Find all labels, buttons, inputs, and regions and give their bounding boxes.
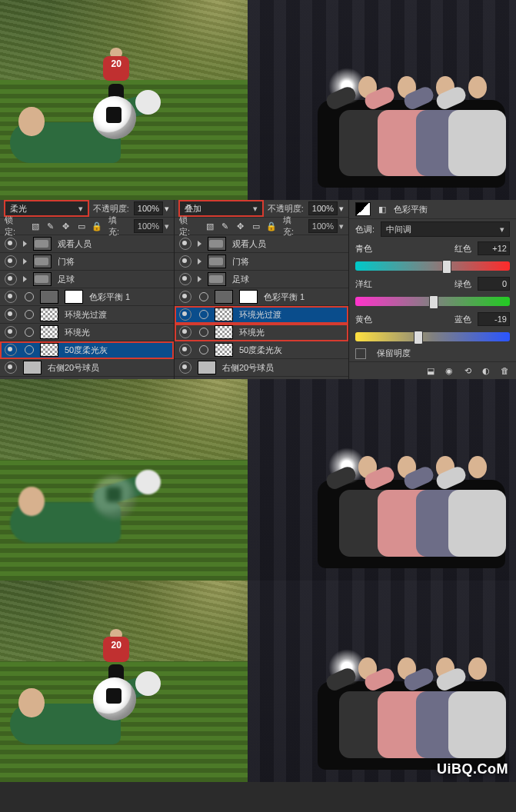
layer-thumb: [40, 325, 58, 339]
layer-row[interactable]: 右侧20号球员: [175, 359, 348, 377]
view-previous-icon[interactable]: ◉: [444, 365, 454, 376]
opacity-value[interactable]: 100%: [134, 201, 163, 215]
folder-icon: [33, 255, 52, 268]
visibility-eye-icon[interactable]: [5, 344, 17, 356]
cyan-red-value[interactable]: +12: [478, 241, 510, 255]
expand-caret-icon[interactable]: [23, 276, 27, 282]
visibility-eye-icon[interactable]: [179, 326, 191, 338]
lock-all-icon[interactable]: 🔒: [92, 221, 102, 231]
visibility-eye-icon[interactable]: [179, 308, 191, 321]
chevron-down-icon[interactable]: ▾: [165, 221, 169, 231]
layer-row[interactable]: 右侧20号球员: [0, 359, 174, 377]
layer-row[interactable]: 环境光: [0, 324, 174, 341]
layer-row[interactable]: 50度柔光灰: [175, 341, 348, 359]
expand-caret-icon[interactable]: [198, 241, 201, 247]
chevron-down-icon[interactable]: ▾: [165, 204, 169, 214]
fill-value[interactable]: 100%: [308, 219, 338, 233]
visibility-eye-icon[interactable]: [5, 273, 17, 285]
layer-thumb: [215, 325, 233, 339]
tone-label: 色调:: [355, 224, 375, 235]
lock-position-icon[interactable]: ✥: [61, 221, 72, 231]
layer-row[interactable]: 门将: [175, 253, 348, 271]
visibility-eye-icon[interactable]: [5, 238, 17, 250]
visibility-eye-icon[interactable]: [5, 308, 17, 321]
layer-row[interactable]: 环境光: [175, 324, 348, 341]
layer-row[interactable]: 色彩平衡 1: [175, 288, 348, 306]
audience-group: [339, 60, 500, 176]
visibility-eye-icon[interactable]: [5, 326, 17, 338]
expand-caret-icon[interactable]: [23, 241, 27, 247]
magenta-green-value[interactable]: 0: [478, 277, 510, 291]
layer-thumb: [40, 343, 58, 357]
fx-indicator-icon: [199, 292, 208, 301]
layer-thumb: [40, 308, 58, 321]
visibility-eye-icon[interactable]: [179, 361, 191, 374]
fx-indicator-icon: [199, 328, 208, 337]
layer-mask-thumb[interactable]: [239, 290, 258, 304]
layer-row[interactable]: 门将: [0, 253, 174, 271]
layers-panel-right: 叠加 ▾ 不透明度: 100%▾ 锁定: ▧ ✎ ✥ ▭ 🔒 填充: 100%▾…: [175, 200, 349, 379]
tone-select[interactable]: 中间调 ▾: [381, 221, 510, 237]
layer-name: 环境光过渡: [239, 309, 344, 321]
layer-row[interactable]: 观看人员: [175, 235, 348, 253]
lock-artboard-icon[interactable]: ▭: [76, 221, 87, 231]
visibility-eye-icon[interactable]: [179, 238, 191, 250]
layer-row[interactable]: 足球: [0, 271, 174, 288]
expand-caret-icon[interactable]: [198, 258, 201, 265]
layer-name: 足球: [232, 274, 344, 285]
lock-transparent-icon[interactable]: ▧: [205, 221, 215, 231]
reset-icon[interactable]: ⟲: [462, 365, 473, 376]
yellow-blue-slider[interactable]: [355, 332, 510, 341]
adjustment-thumb-icon: [40, 290, 58, 304]
chevron-down-icon: ▾: [500, 225, 504, 235]
fill-value[interactable]: 100%: [134, 219, 163, 233]
chevron-down-icon: ▾: [253, 204, 258, 214]
delete-icon[interactable]: 🗑: [499, 365, 510, 376]
visibility-eye-icon[interactable]: [179, 273, 191, 285]
visibility-eye-icon[interactable]: [5, 361, 17, 374]
expand-caret-icon[interactable]: [23, 258, 27, 265]
chevron-down-icon[interactable]: ▾: [339, 221, 344, 231]
visibility-eye-icon[interactable]: [5, 255, 17, 268]
visibility-eye-icon[interactable]: [179, 255, 191, 268]
preserve-luminosity-checkbox[interactable]: [355, 348, 366, 359]
fx-indicator-icon: [199, 310, 208, 319]
opacity-value[interactable]: 100%: [308, 201, 338, 215]
layer-name: 环境光: [65, 327, 169, 338]
toggle-visibility-icon[interactable]: ◐: [481, 365, 491, 376]
layer-row[interactable]: 观看人员: [0, 235, 174, 253]
lock-position-icon[interactable]: ✥: [235, 221, 246, 231]
visibility-eye-icon[interactable]: [179, 291, 191, 303]
blend-mode-select-left[interactable]: 柔光 ▾: [5, 201, 88, 216]
red-label: 红色: [454, 243, 471, 255]
layer-row[interactable]: 环境光过渡: [0, 306, 174, 324]
layer-row[interactable]: 环境光过渡: [175, 306, 348, 324]
smartobject-thumb-icon: [198, 361, 216, 374]
layer-row[interactable]: 色彩平衡 1: [0, 288, 174, 306]
lock-all-icon[interactable]: 🔒: [266, 221, 277, 231]
visibility-eye-icon[interactable]: [5, 291, 17, 303]
layer-name: 色彩平衡 1: [89, 291, 169, 303]
blend-mode-select-right[interactable]: 叠加 ▾: [179, 201, 263, 216]
color-balance-icon: [355, 202, 371, 216]
lock-transparent-icon[interactable]: ▧: [30, 221, 41, 231]
cyan-red-slider[interactable]: [355, 261, 510, 271]
blend-mode-value: 叠加: [185, 203, 201, 215]
layer-name: 环境光过渡: [65, 309, 169, 321]
visibility-eye-icon[interactable]: [179, 344, 191, 356]
chevron-down-icon[interactable]: ▾: [339, 204, 344, 214]
lock-pixels-icon[interactable]: ✎: [220, 221, 231, 231]
lock-artboard-icon[interactable]: ▭: [251, 221, 261, 231]
layer-row[interactable]: 50度柔光灰: [0, 341, 174, 359]
folder-icon: [208, 237, 226, 251]
expand-caret-icon[interactable]: [198, 276, 201, 282]
layer-name: 观看人员: [232, 238, 344, 250]
magenta-green-slider[interactable]: [355, 297, 510, 306]
preserve-luminosity-label: 保留明度: [377, 348, 411, 359]
layer-row[interactable]: 足球: [175, 271, 348, 288]
clip-to-layer-icon[interactable]: ⬓: [425, 365, 436, 376]
layer-mask-thumb[interactable]: [65, 290, 83, 304]
yellow-blue-value[interactable]: -19: [478, 312, 510, 326]
fx-indicator-icon: [25, 345, 34, 354]
lock-pixels-icon[interactable]: ✎: [45, 221, 56, 231]
